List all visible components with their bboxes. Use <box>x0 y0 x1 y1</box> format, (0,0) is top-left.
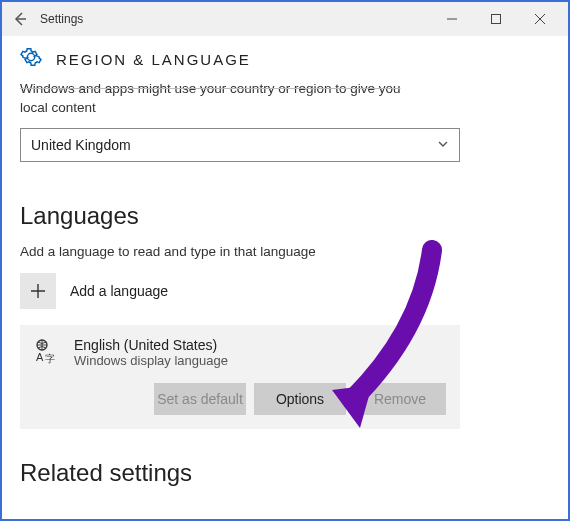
region-description-line1: Windows and apps might use your country … <box>20 81 400 96</box>
chevron-down-icon <box>437 137 449 153</box>
region-dropdown[interactable]: United Kingdom <box>20 128 460 162</box>
gear-icon <box>20 46 42 72</box>
minimize-button[interactable] <box>430 4 474 34</box>
maximize-button[interactable] <box>474 4 518 34</box>
maximize-icon <box>491 14 501 24</box>
language-name: English (United States) <box>74 337 228 353</box>
plus-icon <box>20 273 56 309</box>
window-title: Settings <box>40 12 430 26</box>
add-language-button[interactable]: Add a language <box>20 273 550 309</box>
remove-button: Remove <box>354 383 446 415</box>
close-icon <box>535 14 545 24</box>
svg-text:字: 字 <box>45 353 55 364</box>
page-title: REGION & LANGUAGE <box>56 51 251 68</box>
language-item[interactable]: A 字 English (United States) Windows disp… <box>20 325 460 429</box>
arrow-left-icon <box>12 11 28 27</box>
options-button[interactable]: Options <box>254 383 346 415</box>
page-header: REGION & LANGUAGE <box>2 36 568 78</box>
language-sub: Windows display language <box>74 353 228 368</box>
svg-text:A: A <box>36 351 44 363</box>
language-icon: A 字 <box>34 339 64 369</box>
titlebar: Settings <box>2 2 568 36</box>
languages-subtext: Add a language to read and type in that … <box>20 244 550 259</box>
region-description-line2: local content <box>20 100 96 115</box>
related-settings-heading: Related settings <box>20 459 550 487</box>
svg-rect-0 <box>492 15 501 24</box>
close-button[interactable] <box>518 4 562 34</box>
add-language-label: Add a language <box>70 283 168 299</box>
region-selected: United Kingdom <box>31 137 131 153</box>
region-description: Windows and apps might use your country … <box>20 80 550 118</box>
languages-heading: Languages <box>20 202 550 230</box>
set-default-button: Set as default <box>154 383 246 415</box>
minimize-icon <box>447 14 457 24</box>
back-button[interactable] <box>8 7 32 31</box>
